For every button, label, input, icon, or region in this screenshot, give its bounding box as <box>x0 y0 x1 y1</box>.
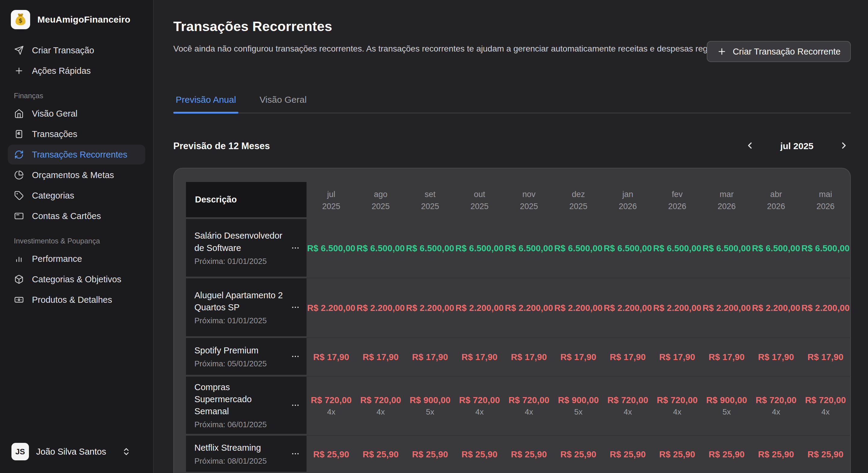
amount: R$ 6.500,00 <box>307 244 355 253</box>
month-header-abr-2026: abr2026 <box>751 189 801 212</box>
transaction-next-date: Próxima: 08/01/2025 <box>194 456 288 466</box>
sidebar-item-performance[interactable]: Performance <box>8 249 145 269</box>
value-cell: R$ 17,90 <box>751 352 801 362</box>
sidebar-item-acoes-rapidas[interactable]: Ações Rápidas <box>8 61 145 81</box>
transaction-next-date: Próxima: 06/01/2025 <box>194 420 288 429</box>
user-menu[interactable]: JS João Silva Santos <box>11 443 131 460</box>
sidebar-item-produtos-detalhes[interactable]: Produtos & Detalhes <box>8 290 145 310</box>
sidebar-item-orcamentos-metas[interactable]: Orçamentos & Metas <box>8 165 145 185</box>
sidebar-item-categorias-objetivos[interactable]: Categorias & Objetivos <box>8 269 145 289</box>
sidebar-item-criar-transacao[interactable]: Criar Transação <box>8 40 145 60</box>
value-cell: R$ 2.200,00 <box>652 303 702 313</box>
sidebar-item-contas-cartoes[interactable]: Contas & Cartões <box>8 206 145 226</box>
sidebar-item-visao-geral[interactable]: Visão Geral <box>8 104 145 124</box>
sidebar-item-transacoes-recorrentes[interactable]: Transações Recorrentes <box>8 145 145 164</box>
amount: R$ 720,00 <box>311 395 352 405</box>
value-cell: R$ 720,004x <box>801 395 850 417</box>
amount: R$ 2.200,00 <box>703 303 751 313</box>
value-cell: R$ 6.500,00 <box>801 244 850 253</box>
row-actions-menu-button[interactable] <box>289 242 302 254</box>
chevron-right-icon <box>839 140 849 152</box>
amount: R$ 900,00 <box>410 395 451 405</box>
value-cell: R$ 2.200,00 <box>603 303 652 313</box>
value-cell: R$ 900,005x <box>405 395 455 417</box>
tab-previsao-anual[interactable]: Previsão Anual <box>173 95 239 113</box>
next-month-button[interactable] <box>837 138 851 153</box>
value-cell: R$ 17,90 <box>554 352 603 362</box>
sidebar-section-label-financas: Finanças <box>14 92 153 100</box>
month-navigation: jul 2025 <box>743 138 851 153</box>
month-header-jan-2026: jan2026 <box>603 189 652 212</box>
value-cell: R$ 6.500,00 <box>405 244 455 253</box>
forecast-title: Previsão de 12 Meses <box>173 141 270 152</box>
sidebar-item-label: Orçamentos & Metas <box>32 170 114 180</box>
transaction-label-cell: Salário Desenvolvedor de SoftwarePróxima… <box>186 219 307 277</box>
amount: R$ 2.200,00 <box>801 303 849 313</box>
receipt-icon <box>14 129 24 139</box>
sidebar-item-label: Categorias & Objetivos <box>32 275 121 284</box>
amount: R$ 17,90 <box>807 352 843 362</box>
create-recurring-transaction-button[interactable]: Criar Transação Recorrente <box>707 41 851 62</box>
amount: R$ 25,90 <box>807 449 843 460</box>
tag-icon <box>14 191 24 200</box>
month-header-nov-2025: nov2025 <box>504 189 554 212</box>
app-brand: $ MeuAmigoFinanceiro <box>0 9 153 30</box>
tab-visao-geral[interactable]: Visão Geral <box>257 95 309 113</box>
amount: R$ 2.200,00 <box>456 303 504 313</box>
transaction-label-cell: Netflix StreamingPróxima: 08/01/2025 <box>186 436 307 472</box>
sidebar-item-label: Performance <box>32 254 82 264</box>
month-headers: jul2025ago2025set2025out2025nov2025dez20… <box>307 182 850 219</box>
value-cell: R$ 2.200,00 <box>751 303 801 313</box>
amount: R$ 25,90 <box>659 449 695 460</box>
value-cell: R$ 25,90 <box>356 449 405 460</box>
occurrence-count: 5x <box>426 407 434 417</box>
value-cell: R$ 2.200,00 <box>356 303 405 313</box>
value-cell: R$ 17,90 <box>405 352 455 362</box>
amount: R$ 720,00 <box>755 395 797 405</box>
value-cell: R$ 25,90 <box>504 449 554 460</box>
description-column-header: Descrição <box>186 182 307 217</box>
month-header-mai-2026: mai2026 <box>801 189 850 212</box>
value-cell: R$ 17,90 <box>702 352 751 362</box>
value-cell: R$ 2.200,00 <box>455 303 504 313</box>
value-cell: R$ 17,90 <box>801 352 850 362</box>
forecast-table-card: Descriçãojul2025ago2025set2025out2025nov… <box>173 168 851 473</box>
amount: R$ 2.200,00 <box>406 303 454 313</box>
transaction-label-cell: Compras Supermercado SemanalPróxima: 06/… <box>186 377 307 434</box>
plus-icon <box>14 66 24 75</box>
previous-month-button[interactable] <box>743 138 757 153</box>
row-values: R$ 2.200,00R$ 2.200,00R$ 2.200,00R$ 2.20… <box>307 278 850 338</box>
value-cell: R$ 720,004x <box>455 395 504 417</box>
value-cell: R$ 25,90 <box>751 449 801 460</box>
row-actions-menu-button[interactable] <box>289 350 302 363</box>
amount: R$ 720,00 <box>805 395 846 405</box>
amount: R$ 6.500,00 <box>653 244 701 253</box>
tab-bar: Previsão AnualVisão Geral <box>173 95 851 113</box>
value-cell: R$ 17,90 <box>307 352 356 362</box>
value-cell: R$ 6.500,00 <box>455 244 504 253</box>
value-cell: R$ 720,004x <box>652 395 702 417</box>
value-cell: R$ 900,005x <box>554 395 603 417</box>
amount: R$ 25,90 <box>412 449 448 460</box>
sidebar-item-label: Transações Recorrentes <box>32 150 127 160</box>
pie-chart-icon <box>14 170 24 180</box>
occurrence-count: 5x <box>722 407 731 417</box>
amount: R$ 2.200,00 <box>653 303 701 313</box>
sidebar-item-transacoes[interactable]: Transações <box>8 124 145 144</box>
amount: R$ 720,00 <box>657 395 698 405</box>
value-cell: R$ 25,90 <box>801 449 850 460</box>
row-actions-menu-button[interactable] <box>289 301 302 314</box>
row-actions-menu-button[interactable] <box>289 399 302 412</box>
chevron-left-icon <box>745 140 755 152</box>
row-actions-menu-button[interactable] <box>289 447 302 460</box>
sidebar-item-categorias[interactable]: Categorias <box>8 186 145 206</box>
value-cell: R$ 25,90 <box>603 449 652 460</box>
sidebar-item-label: Contas & Cartões <box>32 211 101 221</box>
send-icon <box>14 45 24 55</box>
amount: R$ 6.500,00 <box>456 244 504 253</box>
row-values: R$ 6.500,00R$ 6.500,00R$ 6.500,00R$ 6.50… <box>307 219 850 278</box>
value-cell: R$ 25,90 <box>455 449 504 460</box>
create-button-label: Criar Transação Recorrente <box>733 47 841 57</box>
money-bag-icon: $ <box>11 10 30 29</box>
sidebar-item-label: Categorias <box>32 191 74 201</box>
